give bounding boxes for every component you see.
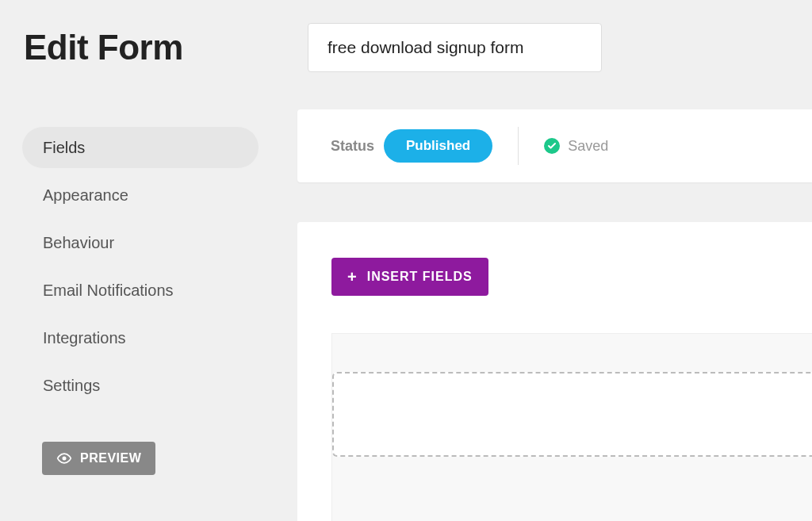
preview-button[interactable]: PREVIEW [42,442,155,475]
sidebar-item-label: Behaviour [43,234,114,252]
sidebar-item-label: Settings [43,377,100,395]
eye-icon [56,450,72,466]
insert-fields-button[interactable]: + INSERT FIELDS [331,258,488,296]
status-bar: Status Published Saved [297,109,812,182]
sidebar-item-behaviour[interactable]: Behaviour [22,222,259,263]
insert-fields-label: INSERT FIELDS [367,270,473,284]
sidebar-item-integrations[interactable]: Integrations [22,317,259,358]
page-title: Edit Form [24,28,183,67]
sidebar-item-fields[interactable]: Fields [22,127,259,168]
svg-point-0 [63,457,67,461]
divider [518,127,519,165]
saved-label: Saved [568,138,608,155]
sidebar-item-label: Appearance [43,186,128,205]
check-circle-icon [544,138,560,154]
plus-icon: + [347,268,358,286]
sidebar-item-settings[interactable]: Settings [22,365,259,406]
saved-status: Saved [544,138,608,155]
sidebar: Fields Appearance Behaviour Email Notifi… [22,127,259,412]
sidebar-item-appearance[interactable]: Appearance [22,174,259,216]
drop-zone[interactable] [332,372,812,457]
published-badge[interactable]: Published [384,129,492,163]
form-name-input[interactable] [308,23,602,72]
main-panel: + INSERT FIELDS A form without fields is [297,222,812,521]
sidebar-item-label: Fields [43,139,85,157]
sidebar-item-label: Email Notifications [43,282,174,300]
fields-drop-area[interactable]: A form without fields is [331,333,812,521]
sidebar-item-label: Integrations [43,329,126,347]
preview-button-label: PREVIEW [80,451,141,465]
status-label: Status [331,138,374,155]
sidebar-item-email-notifications[interactable]: Email Notifications [22,270,259,311]
